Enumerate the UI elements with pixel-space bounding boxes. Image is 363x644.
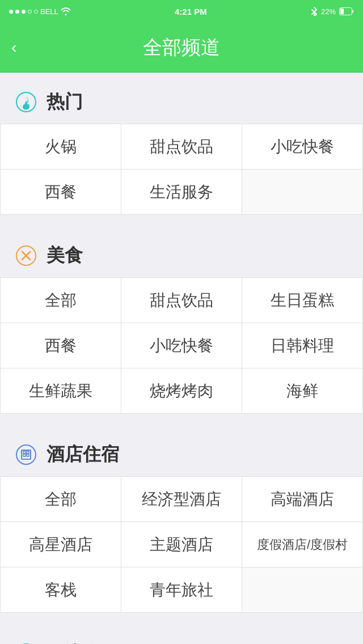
section-hot-header: 热门: [0, 84, 363, 124]
food-item-8[interactable]: 海鲜: [242, 368, 363, 414]
section-hotel-title: 酒店住宿: [47, 442, 119, 467]
hot-item-4[interactable]: 生活服务: [121, 170, 242, 215]
section-food-title: 美食: [47, 243, 83, 268]
food-grid: 全部 甜点饮品 生日蛋糕 西餐 小吃快餐 日韩料理 生鲜蔬果 烧烤烤肉 海鲜: [0, 277, 363, 414]
food-item-6[interactable]: 生鲜蔬果: [1, 368, 121, 414]
svg-rect-8: [23, 454, 26, 456]
travel-icon: [14, 641, 39, 644]
food-item-5[interactable]: 日韩料理: [242, 323, 363, 368]
hotel-item-3[interactable]: 高星酒店: [1, 522, 121, 567]
nav-bar: ‹ 全部频道: [0, 23, 363, 73]
status-right: 22%: [311, 7, 354, 16]
signal-dot-5: [34, 10, 38, 14]
food-item-7[interactable]: 烧烤烤肉: [121, 368, 242, 414]
hot-grid: 火锅 甜点饮品 小吃快餐 西餐 生活服务: [0, 124, 363, 215]
page-title: 全部频道: [143, 35, 220, 61]
status-time: 4:21 PM: [175, 7, 207, 16]
hotel-item-5[interactable]: 度假酒店/度假村: [242, 522, 363, 567]
signal-dot-1: [9, 10, 13, 14]
status-bar: BELL 4:21 PM 22%: [0, 0, 363, 23]
divider-2: [0, 414, 363, 425]
hot-item-empty: [242, 170, 363, 215]
hotel-item-7[interactable]: 青年旅社: [121, 567, 242, 613]
signal-dot-4: [28, 10, 32, 14]
food-item-4[interactable]: 小吃快餐: [121, 323, 242, 368]
hotel-grid: 全部 经济型酒店 高端酒店 高星酒店 主题酒店 度假酒店/度假村 客栈 青年旅社: [0, 476, 363, 613]
food-item-0[interactable]: 全部: [1, 278, 121, 323]
back-button[interactable]: ‹: [11, 39, 16, 57]
hotel-item-1[interactable]: 经济型酒店: [121, 477, 242, 522]
bluetooth-icon: [311, 7, 318, 16]
signal-dot-3: [22, 10, 26, 14]
svg-rect-1: [340, 9, 344, 14]
food-icon: [14, 243, 39, 268]
section-hotel-header: 酒店住宿: [0, 437, 363, 476]
content-area: 热门 火锅 甜点饮品 小吃快餐 西餐 生活服务 美食 全部 甜点饮品: [0, 73, 363, 644]
food-item-2[interactable]: 生日蛋糕: [242, 278, 363, 323]
section-food: 美食 全部 甜点饮品 生日蛋糕 西餐 小吃快餐 日韩料理 生鲜蔬果 烧烤烤肉 海…: [0, 226, 363, 414]
hot-item-2[interactable]: 小吃快餐: [242, 124, 363, 170]
section-travel: 周边游: [0, 624, 363, 644]
food-item-3[interactable]: 西餐: [1, 323, 121, 368]
section-travel-title: 周边游: [47, 641, 101, 644]
battery-percentage: 22%: [321, 7, 336, 16]
hot-icon: [14, 90, 39, 115]
svg-rect-11: [27, 451, 29, 454]
hotel-icon: [14, 442, 39, 467]
section-hot-title: 热门: [47, 90, 83, 115]
section-food-header: 美食: [0, 238, 363, 277]
hot-item-0[interactable]: 火锅: [1, 124, 121, 170]
divider-3: [0, 613, 363, 624]
svg-rect-9: [27, 454, 29, 456]
hotel-item-2[interactable]: 高端酒店: [242, 477, 363, 522]
section-hotel: 酒店住宿 全部 经济型酒店 高端酒店 高星酒店 主题酒店 度假酒店/度假村 客栈…: [0, 425, 363, 613]
svg-point-6: [16, 445, 36, 464]
section-hot: 热门 火锅 甜点饮品 小吃快餐 西餐 生活服务: [0, 73, 363, 215]
battery-icon: [339, 7, 354, 15]
hot-item-3[interactable]: 西餐: [1, 170, 121, 215]
svg-rect-10: [23, 451, 26, 454]
section-travel-header: 周边游: [0, 635, 363, 644]
hotel-item-4[interactable]: 主题酒店: [121, 522, 242, 567]
wifi-icon: [61, 7, 71, 15]
hotel-item-0[interactable]: 全部: [1, 477, 121, 522]
carrier-label: BELL: [40, 7, 58, 16]
hot-item-1[interactable]: 甜点饮品: [121, 124, 242, 170]
hotel-item-empty: [242, 567, 363, 613]
signal-dot-2: [15, 10, 19, 14]
divider-1: [0, 215, 363, 226]
hotel-item-6[interactable]: 客栈: [1, 567, 121, 613]
food-item-1[interactable]: 甜点饮品: [121, 278, 242, 323]
status-left: BELL: [9, 7, 71, 16]
